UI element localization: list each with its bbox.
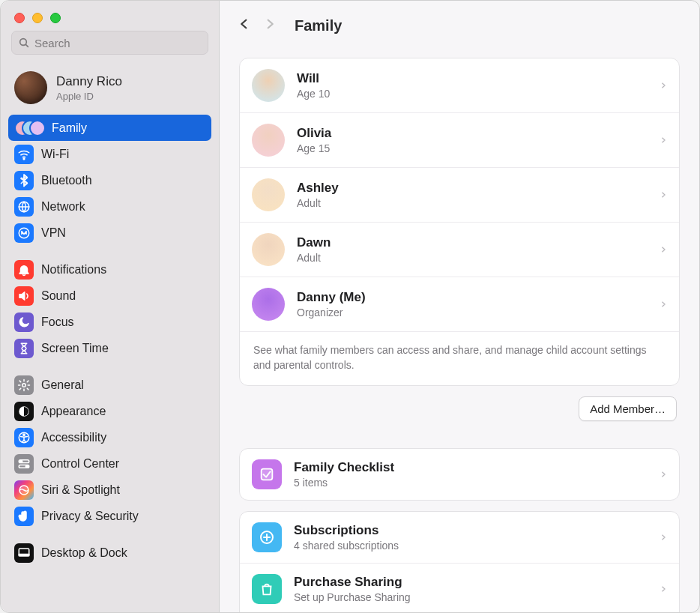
svg-rect-15 xyxy=(19,554,29,555)
sidebar-item-family[interactable]: Family xyxy=(8,115,211,141)
main-panel: Family WillAge 10OliviaAge 15AshleyAdult… xyxy=(220,1,699,612)
page-title: Family xyxy=(295,17,342,34)
family-member-row[interactable]: WillAge 10 xyxy=(240,58,679,112)
user-avatar xyxy=(14,71,47,104)
close-window-button[interactable] xyxy=(14,13,25,23)
section-subscriptions[interactable]: Subscriptions4 shared subscriptions xyxy=(240,512,679,563)
sidebar-item-apple-id[interactable]: Danny Rico Apple ID xyxy=(1,64,219,113)
member-avatar xyxy=(252,178,285,211)
member-name: Dawn xyxy=(297,235,331,250)
svg-point-10 xyxy=(20,460,22,462)
minimize-window-button[interactable] xyxy=(32,13,43,23)
svg-line-1 xyxy=(25,44,28,46)
chevron-right-icon xyxy=(660,79,667,91)
sidebar-item-label: Network xyxy=(41,200,85,214)
member-sub: Adult xyxy=(297,252,331,264)
chevron-right-icon xyxy=(660,468,667,480)
sidebar-item-privacy[interactable]: Privacy & Security xyxy=(8,503,211,529)
sidebar-item-accessibility[interactable]: Accessibility xyxy=(8,424,211,450)
sidebar-item-controlcenter[interactable]: Control Center xyxy=(8,450,211,477)
family-member-row[interactable]: Danny (Me)Organizer xyxy=(240,277,679,331)
svg-point-2 xyxy=(23,158,25,160)
sidebar-item-focus[interactable]: Focus xyxy=(8,309,211,335)
family-avatars-icon xyxy=(14,118,44,138)
sidebar-item-wifi[interactable]: Wi-Fi xyxy=(8,141,211,167)
family-member-row[interactable]: OliviaAge 15 xyxy=(240,112,679,167)
chevron-right-icon xyxy=(660,134,667,146)
member-name: Danny (Me) xyxy=(297,290,366,305)
svg-point-8 xyxy=(23,434,25,435)
account-sub: Apple ID xyxy=(56,91,122,102)
member-sub: Organizer xyxy=(297,306,366,318)
forward-button[interactable] xyxy=(263,16,277,35)
members-footnote: See what family members can access and s… xyxy=(240,331,679,385)
sidebar-item-label: Appearance xyxy=(41,405,106,418)
sidebar-item-label: Control Center xyxy=(41,457,119,471)
privacy-icon xyxy=(14,507,34,526)
chevron-right-icon xyxy=(660,244,667,256)
screentime-icon xyxy=(14,339,34,358)
sidebar-item-appearance[interactable]: Appearance xyxy=(8,398,211,424)
sidebar-item-sound[interactable]: Sound xyxy=(8,283,211,309)
search-input[interactable]: Search xyxy=(11,31,208,55)
controlcenter-icon xyxy=(14,454,34,474)
sidebar: Search Danny Rico Apple ID Family Wi-FiB… xyxy=(1,1,220,612)
general-icon xyxy=(14,375,34,395)
sidebar-item-label: VPN xyxy=(41,226,66,240)
network-icon xyxy=(14,197,34,217)
sidebar-item-label: Privacy & Security xyxy=(41,510,139,523)
family-checklist-row[interactable]: Family Checklist 5 items xyxy=(240,449,679,500)
member-name: Ashley xyxy=(297,181,339,196)
member-avatar xyxy=(252,69,285,102)
desktopdock-icon xyxy=(14,543,34,563)
sidebar-nav: Family Wi-FiBluetoothNetworkVPNNotificat… xyxy=(1,113,219,612)
sharing-sections-card: Subscriptions4 shared subscriptionsPurch… xyxy=(239,511,680,612)
back-button[interactable] xyxy=(238,16,251,35)
search-icon xyxy=(18,37,30,49)
member-sub: Age 10 xyxy=(297,88,330,100)
wifi-icon xyxy=(14,145,34,164)
sidebar-item-bluetooth[interactable]: Bluetooth xyxy=(8,167,211,193)
family-member-row[interactable]: DawnAdult xyxy=(240,222,679,277)
subscriptions-icon xyxy=(252,522,282,552)
sidebar-item-label: General xyxy=(41,378,84,392)
section-sub: Set up Purchase Sharing xyxy=(294,591,411,603)
notifications-icon xyxy=(14,260,34,280)
siri-icon xyxy=(14,480,34,500)
sound-icon xyxy=(14,286,34,306)
sidebar-item-general[interactable]: General xyxy=(8,372,211,398)
chevron-right-icon xyxy=(660,583,667,595)
appearance-icon xyxy=(14,402,34,421)
sidebar-item-screentime[interactable]: Screen Time xyxy=(8,335,211,361)
checklist-sub: 5 items xyxy=(294,477,394,489)
maximize-window-button[interactable] xyxy=(50,13,61,23)
vpn-icon xyxy=(14,223,34,243)
sidebar-item-label: Accessibility xyxy=(41,431,106,444)
sidebar-item-label: Focus xyxy=(41,315,74,329)
sidebar-item-desktopdock[interactable]: Desktop & Dock xyxy=(8,540,211,566)
sidebar-item-siri[interactable]: Siri & Spotlight xyxy=(8,477,211,503)
account-name: Danny Rico xyxy=(56,74,122,89)
family-member-row[interactable]: AshleyAdult xyxy=(240,167,679,222)
sidebar-item-label: Family xyxy=(52,121,87,135)
section-purchase[interactable]: Purchase SharingSet up Purchase Sharing xyxy=(240,563,679,612)
member-name: Olivia xyxy=(297,126,331,141)
section-sub: 4 shared subscriptions xyxy=(294,540,399,552)
add-member-button[interactable]: Add Member… xyxy=(579,396,677,421)
chevron-right-icon xyxy=(660,298,667,310)
sidebar-item-label: Siri & Spotlight xyxy=(41,483,120,497)
chevron-right-icon xyxy=(660,531,667,543)
svg-point-5 xyxy=(22,383,26,387)
sidebar-item-notifications[interactable]: Notifications xyxy=(8,256,211,283)
family-checklist-card: Family Checklist 5 items xyxy=(239,448,680,501)
checklist-title: Family Checklist xyxy=(294,460,394,475)
sidebar-item-vpn[interactable]: VPN xyxy=(8,220,211,246)
section-title: Subscriptions xyxy=(294,523,399,538)
member-avatar xyxy=(252,288,285,321)
accessibility-icon xyxy=(14,428,34,447)
sidebar-item-label: Wi-Fi xyxy=(41,148,69,161)
sidebar-item-network[interactable]: Network xyxy=(8,193,211,220)
chevron-right-icon xyxy=(660,189,667,201)
section-title: Purchase Sharing xyxy=(294,575,411,590)
sidebar-item-label: Screen Time xyxy=(41,342,109,355)
